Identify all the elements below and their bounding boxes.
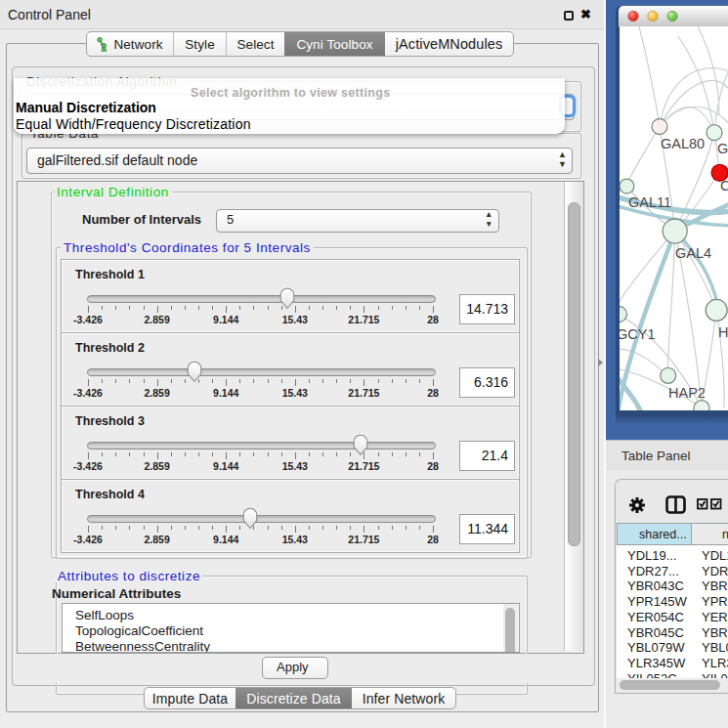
svg-text:GAL80: GAL80 xyxy=(661,136,705,151)
svg-text:HAP2: HAP2 xyxy=(668,385,706,401)
svg-text:GCY1: GCY1 xyxy=(620,326,656,342)
svg-text:GAL4: GAL4 xyxy=(675,245,711,261)
svg-text:GAL11: GAL11 xyxy=(628,194,671,210)
svg-text:G: G xyxy=(717,141,728,156)
svg-text:H: H xyxy=(718,324,728,340)
svg-text:C: C xyxy=(720,178,728,193)
